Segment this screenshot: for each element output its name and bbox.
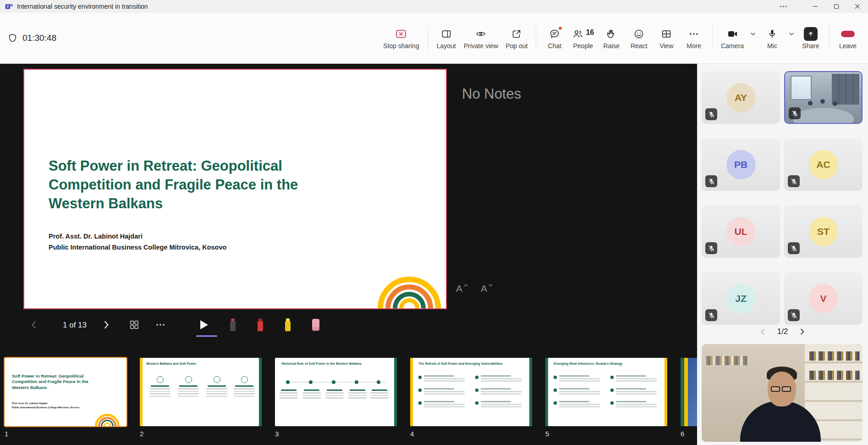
presenter-stage: Soft Power in Retreat: Geopolitical Comp… bbox=[0, 64, 697, 445]
pen-tool-button[interactable] bbox=[257, 317, 264, 333]
smiley-icon bbox=[633, 27, 645, 41]
slide-thumbnail-6-wrap: 6 bbox=[681, 358, 697, 438]
mic-options-chevron-icon[interactable] bbox=[786, 27, 797, 41]
participant-tile-ay[interactable]: AY bbox=[702, 71, 780, 124]
participants-pager: 1/2 bbox=[697, 327, 868, 336]
stop-sharing-icon bbox=[395, 27, 407, 41]
slide-filmstrip: Soft Power in Retreat: Geopolitical Comp… bbox=[0, 358, 697, 438]
slide-thumbnail-1[interactable]: Soft Power in Retreat: Geopolitical Comp… bbox=[5, 358, 126, 426]
avatar: PB bbox=[726, 150, 756, 179]
toolbar-divider bbox=[428, 25, 428, 51]
pager-next-chevron-icon[interactable] bbox=[800, 328, 805, 335]
participant-tile-pb[interactable]: PB bbox=[702, 138, 780, 191]
pointer-tool-icon bbox=[200, 320, 208, 329]
react-button[interactable]: React bbox=[625, 27, 653, 50]
mic-icon bbox=[767, 27, 778, 41]
avatar: AY bbox=[726, 83, 756, 112]
participant-tile-st[interactable]: ST bbox=[784, 205, 863, 258]
slide-thumbnail-2[interactable]: Western Balkans and Soft Power bbox=[140, 358, 262, 426]
slide-thumbnail-2-number: 2 bbox=[140, 430, 262, 438]
participant-count: 16 bbox=[586, 29, 594, 36]
slide-thumbnail-3-wrap: Historical Role of Soft Power in the Wes… bbox=[275, 358, 397, 438]
meeting-timer: 01:30:48 bbox=[7, 33, 56, 44]
previous-slide-chevron-icon[interactable] bbox=[30, 317, 38, 333]
participants-panel: AY bbox=[697, 64, 868, 445]
svg-text:T: T bbox=[7, 4, 9, 8]
next-slide-chevron-icon[interactable] bbox=[103, 317, 110, 333]
avatar: AC bbox=[809, 150, 838, 179]
private-view-button[interactable]: Private view bbox=[460, 27, 502, 50]
slide-more-options-icon[interactable] bbox=[156, 317, 165, 333]
participant-tile-room-video[interactable] bbox=[784, 71, 863, 124]
mic-muted-icon bbox=[789, 107, 801, 119]
slide-author: Prof. Asst. Dr. Labinot Hajdari bbox=[49, 233, 143, 240]
grid-view-icon[interactable] bbox=[129, 317, 139, 333]
mic-muted-icon bbox=[705, 108, 717, 120]
toolbar-divider bbox=[829, 25, 830, 51]
slide-thumbnail-6[interactable] bbox=[681, 358, 697, 426]
layout-button[interactable]: Layout bbox=[433, 27, 460, 50]
stop-sharing-button[interactable]: Stop sharing bbox=[379, 27, 423, 50]
pointer-tool-button[interactable] bbox=[200, 317, 208, 333]
layout-icon bbox=[440, 27, 452, 41]
participant-tile-ul[interactable]: UL bbox=[702, 205, 780, 258]
rainbow-arcs-mini bbox=[94, 413, 120, 426]
pop-out-button[interactable]: Pop out bbox=[502, 27, 531, 50]
highlighter-icon bbox=[284, 318, 291, 331]
notes-font-decrease-button[interactable]: A bbox=[481, 283, 493, 294]
slide-thumbnail-5[interactable]: Emerging Rival Influences: Russia's Stra… bbox=[545, 358, 667, 426]
slide-thumbnail-5-number: 5 bbox=[545, 430, 667, 438]
teams-meeting-window: T International security environment in … bbox=[0, 0, 868, 445]
participant-tile-v[interactable]: V bbox=[784, 272, 863, 325]
slide-6-image bbox=[688, 358, 697, 426]
participant-tile-ac[interactable]: AC bbox=[784, 138, 863, 191]
eye-icon bbox=[475, 27, 487, 41]
maximize-button[interactable] bbox=[826, 0, 847, 13]
toolbar-actions: Stop sharing Layout Private view bbox=[379, 25, 868, 51]
eraser-tool-button[interactable] bbox=[312, 317, 319, 333]
people-button[interactable]: 16 People bbox=[568, 27, 598, 50]
presenter-video-tile[interactable] bbox=[702, 344, 863, 442]
slide-thumbnail-1-number: 1 bbox=[5, 430, 126, 438]
slide-thumbnail-4-wrap: The Retreat of Soft Power and Emerging V… bbox=[410, 358, 532, 438]
people-icon bbox=[572, 27, 584, 41]
notes-font-increase-button[interactable]: A bbox=[456, 283, 468, 294]
slide-thumbnail-3-number: 3 bbox=[275, 430, 397, 438]
active-tool-indicator bbox=[196, 335, 217, 337]
participant-tile-jz[interactable]: JZ bbox=[702, 272, 780, 325]
raise-hand-button[interactable]: Raise bbox=[598, 27, 625, 50]
camera-options-chevron-icon[interactable] bbox=[747, 27, 758, 41]
titlebar-more-icon[interactable] bbox=[773, 0, 794, 13]
chat-notification-dot bbox=[558, 26, 563, 31]
slide-thumbnail-1-wrap: Soft Power in Retreat: Geopolitical Comp… bbox=[5, 358, 126, 438]
shared-slide-preview: Soft Power in Retreat: Geopolitical Comp… bbox=[23, 69, 447, 309]
camera-button[interactable]: Camera bbox=[717, 27, 747, 50]
notes-empty-label: No Notes bbox=[462, 86, 521, 102]
chat-button[interactable]: Chat bbox=[541, 27, 568, 50]
mic-button[interactable]: Mic bbox=[758, 27, 786, 50]
slide-thumbnail-4-number: 4 bbox=[410, 430, 532, 438]
slide-thumbnail-4[interactable]: The Retreat of Soft Power and Emerging V… bbox=[410, 358, 532, 426]
share-icon bbox=[804, 27, 818, 41]
minimize-button[interactable] bbox=[805, 0, 826, 13]
pager-previous-chevron-icon[interactable] bbox=[760, 328, 765, 335]
window-title: International security environment in tr… bbox=[17, 3, 148, 10]
leave-button[interactable]: Leave bbox=[834, 27, 862, 50]
meeting-toolbar: 01:30:48 Stop sharing L bbox=[0, 13, 868, 64]
toolbar-divider bbox=[712, 25, 713, 51]
view-button[interactable]: View bbox=[653, 27, 680, 50]
slide-title: Soft Power in Retreat: Geopolitical Comp… bbox=[49, 157, 300, 213]
eraser-icon bbox=[312, 319, 319, 331]
toolbar-divider bbox=[536, 25, 536, 51]
pager-page-indicator: 1/2 bbox=[777, 327, 788, 336]
participant-tiles-grid: AY bbox=[702, 71, 863, 325]
highlighter-tool-button[interactable] bbox=[284, 317, 291, 333]
raise-hand-icon bbox=[605, 27, 617, 41]
close-button[interactable] bbox=[847, 0, 868, 13]
slide-page-indicator: 1 of 13 bbox=[52, 321, 98, 330]
avatar: ST bbox=[809, 217, 838, 246]
more-button[interactable]: More bbox=[680, 27, 708, 50]
share-button[interactable]: Share bbox=[797, 27, 824, 50]
laser-pointer-tool-button[interactable] bbox=[229, 317, 236, 333]
slide-thumbnail-3[interactable]: Historical Role of Soft Power in the Wes… bbox=[275, 358, 397, 426]
